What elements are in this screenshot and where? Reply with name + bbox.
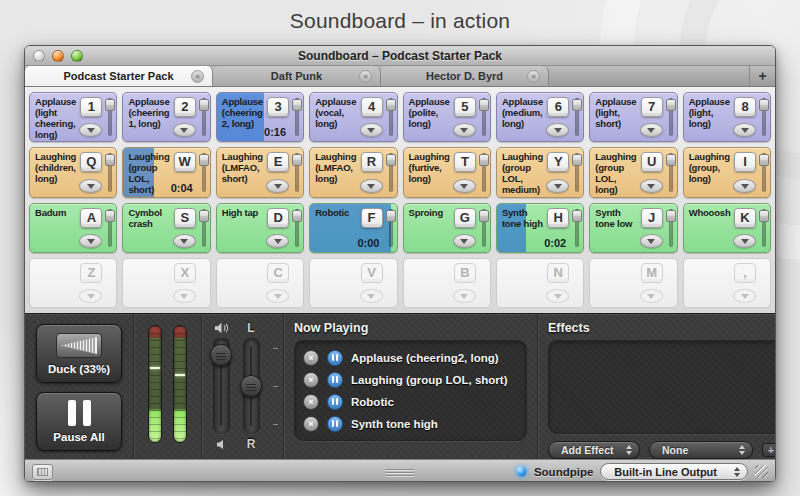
sound-options-dropdown[interactable] — [360, 289, 383, 303]
sound-options-dropdown[interactable] — [733, 289, 756, 303]
sound-button-j[interactable]: Synth tone lowJ — [589, 203, 677, 253]
sound-volume-slider[interactable] — [762, 98, 766, 136]
tab-hector-d-byrd[interactable]: Hector D. Byrd× — [381, 66, 549, 86]
sound-volume-thumb[interactable] — [199, 99, 209, 111]
sound-button-e[interactable]: Laughing (LMFAO, short)E — [216, 147, 304, 197]
tab-close-icon[interactable]: × — [359, 70, 372, 83]
sound-button-1[interactable]: Applause (light cheering, long)1 — [29, 92, 117, 142]
stop-sound-button[interactable]: × — [303, 416, 319, 432]
sound-button-8[interactable]: Applause (light, long)8 — [683, 92, 771, 142]
sound-volume-thumb[interactable] — [105, 210, 115, 222]
sound-options-dropdown[interactable] — [733, 179, 756, 193]
sound-button-3[interactable]: Applause (cheering 2, long)30:16 — [216, 92, 304, 142]
sound-options-dropdown[interactable] — [546, 179, 569, 193]
pause-sound-button[interactable] — [327, 394, 343, 410]
sound-volume-slider[interactable] — [669, 209, 673, 247]
balance-slider[interactable] — [243, 338, 260, 434]
sound-options-dropdown[interactable] — [266, 234, 289, 248]
sound-volume-slider[interactable] — [575, 153, 579, 191]
add-effect-plus-button[interactable]: + — [762, 443, 776, 457]
sound-volume-thumb[interactable] — [479, 210, 489, 222]
sound-volume-slider[interactable] — [389, 209, 393, 247]
sound-volume-thumb[interactable] — [105, 99, 115, 111]
sound-volume-thumb[interactable] — [292, 210, 302, 222]
empty-sound-slot-n[interactable]: N — [496, 258, 584, 308]
sound-options-dropdown[interactable] — [266, 289, 289, 303]
sound-options-dropdown[interactable] — [640, 179, 663, 193]
sound-options-dropdown[interactable] — [453, 123, 476, 137]
empty-sound-slot-z[interactable]: Z — [29, 258, 117, 308]
sound-options-dropdown[interactable] — [733, 123, 756, 137]
volume-slider-thumb[interactable] — [210, 344, 232, 366]
sound-volume-thumb[interactable] — [386, 99, 396, 111]
sound-options-dropdown[interactable] — [360, 179, 383, 193]
sound-volume-thumb[interactable] — [479, 99, 489, 111]
sound-volume-thumb[interactable] — [759, 210, 769, 222]
sound-button-w[interactable]: Laughing (group LOL, short)W0:04 — [122, 147, 210, 197]
sound-button-a[interactable]: BadumA — [29, 203, 117, 253]
empty-sound-slot-c[interactable]: C — [216, 258, 304, 308]
panel-resize-handle[interactable] — [386, 469, 414, 476]
sound-button-t[interactable]: Laughing (furtive, long)T — [403, 147, 491, 197]
pause-sound-button[interactable] — [327, 372, 343, 388]
sound-options-dropdown[interactable] — [546, 289, 569, 303]
sound-button-h[interactable]: Synth tone highH0:02 — [496, 203, 584, 253]
sound-volume-thumb[interactable] — [759, 154, 769, 166]
sound-options-dropdown[interactable] — [79, 289, 102, 303]
sound-button-r[interactable]: Laughing (LMFAO, long)R — [309, 147, 397, 197]
sound-volume-slider[interactable] — [389, 153, 393, 191]
sound-options-dropdown[interactable] — [79, 179, 102, 193]
sound-volume-thumb[interactable] — [572, 154, 582, 166]
sound-volume-slider[interactable] — [482, 98, 486, 136]
sound-button-f[interactable]: RoboticF0:00 — [309, 203, 397, 253]
tab-close-icon[interactable]: × — [527, 70, 540, 83]
sound-volume-slider[interactable] — [108, 153, 112, 191]
sound-volume-slider[interactable] — [762, 209, 766, 247]
stop-sound-button[interactable]: × — [303, 350, 319, 366]
sound-options-dropdown[interactable] — [546, 123, 569, 137]
sound-volume-thumb[interactable] — [386, 210, 396, 222]
sound-volume-thumb[interactable] — [479, 154, 489, 166]
sound-options-dropdown[interactable] — [453, 289, 476, 303]
sound-volume-slider[interactable] — [202, 209, 206, 247]
sound-button-6[interactable]: Applause (medium, long)6 — [496, 92, 584, 142]
sound-volume-slider[interactable] — [482, 209, 486, 247]
sound-volume-thumb[interactable] — [199, 210, 209, 222]
pause-sound-button[interactable] — [327, 416, 343, 432]
master-volume-slider[interactable] — [213, 338, 230, 434]
sound-button-y[interactable]: Laughing (group LOL, medium)Y — [496, 147, 584, 197]
sound-options-dropdown[interactable] — [733, 234, 756, 248]
empty-sound-slot-m[interactable]: M — [589, 258, 677, 308]
sound-volume-thumb[interactable] — [199, 154, 209, 166]
sound-options-dropdown[interactable] — [640, 289, 663, 303]
tab-daft-punk[interactable]: Daft Punk× — [213, 66, 381, 86]
sound-volume-slider[interactable] — [669, 98, 673, 136]
output-device-dropdown[interactable]: Built-in Line Output — [600, 463, 748, 480]
add-tab-button[interactable]: + — [749, 66, 775, 86]
sound-options-dropdown[interactable] — [640, 123, 663, 137]
sound-volume-thumb[interactable] — [292, 99, 302, 111]
sound-volume-thumb[interactable] — [666, 210, 676, 222]
pause-sound-button[interactable] — [327, 350, 343, 366]
sound-options-dropdown[interactable] — [640, 234, 663, 248]
sound-button-7[interactable]: Applause (light, short)7 — [589, 92, 677, 142]
sound-button-4[interactable]: Applause (vocal, long)4 — [309, 92, 397, 142]
sound-options-dropdown[interactable] — [453, 179, 476, 193]
sound-volume-slider[interactable] — [202, 98, 206, 136]
tab-close-icon[interactable]: × — [191, 70, 204, 83]
sound-button-s[interactable]: Cymbol crashS — [122, 203, 210, 253]
sound-volume-thumb[interactable] — [666, 99, 676, 111]
sound-button-g[interactable]: SproingG — [403, 203, 491, 253]
sound-options-dropdown[interactable] — [173, 123, 196, 137]
sound-options-dropdown[interactable] — [79, 123, 102, 137]
sound-button-d[interactable]: High tapD — [216, 203, 304, 253]
sound-volume-thumb[interactable] — [386, 154, 396, 166]
sound-volume-thumb[interactable] — [666, 154, 676, 166]
sound-button-i[interactable]: Laughing (group, long)I — [683, 147, 771, 197]
empty-sound-slot-x[interactable]: X — [122, 258, 210, 308]
window-titlebar[interactable]: Soundboard – Podcast Starter Pack — [25, 46, 775, 66]
sound-volume-slider[interactable] — [295, 153, 299, 191]
sound-volume-thumb[interactable] — [572, 99, 582, 111]
sound-volume-slider[interactable] — [762, 153, 766, 191]
sound-button-u[interactable]: Laughing (group LOL, long)U — [589, 147, 677, 197]
